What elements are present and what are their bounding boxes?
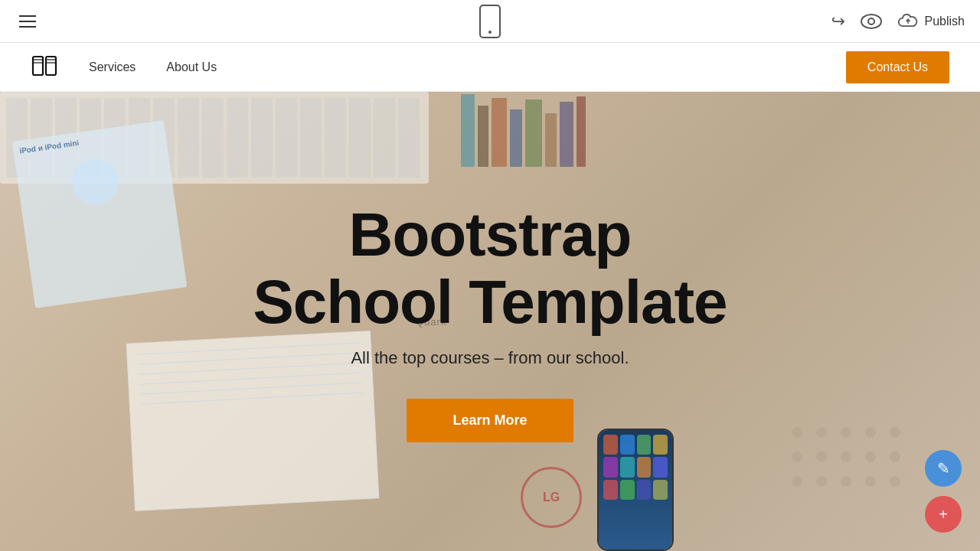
hero-section: iPod и iPod mini Quark (0, 92, 980, 551)
toolbar-left (15, 11, 40, 31)
dot (816, 476, 827, 487)
phone-mockup (597, 429, 674, 551)
contact-button[interactable]: Contact Us (846, 51, 949, 83)
logo-icon (31, 52, 58, 80)
navbar: Services About Us Contact Us (0, 43, 980, 92)
hero-title-line2: School Template (253, 268, 727, 336)
book-1 (461, 94, 475, 167)
site-logo[interactable] (31, 52, 58, 83)
dot (890, 476, 900, 487)
add-icon: + (939, 506, 948, 523)
publish-label: Publish (925, 15, 965, 28)
book-7 (560, 102, 573, 167)
preview-icon[interactable] (861, 11, 882, 32)
book-2 (478, 106, 488, 167)
fab-container: ✎ + (925, 450, 962, 533)
learn-more-button[interactable]: Learn More (407, 399, 573, 442)
app-icon (620, 457, 635, 477)
hero-content: Bootstrap School Template All the top co… (253, 201, 727, 442)
svg-point-0 (861, 15, 881, 28)
hero-title: Bootstrap School Template (253, 201, 727, 336)
menu-icon[interactable] (15, 11, 40, 31)
dot (816, 452, 827, 462)
app-icon (653, 480, 668, 500)
app-icon (637, 480, 652, 500)
nav-services[interactable]: Services (89, 60, 136, 74)
nav-links: Services About Us (89, 60, 217, 74)
book-8 (577, 96, 586, 167)
book-6 (545, 113, 557, 167)
mobile-preview-icon[interactable] (479, 5, 501, 38)
undo-icon[interactable]: ↩ (831, 11, 845, 31)
phone-screen (599, 430, 672, 549)
dot (865, 476, 876, 487)
dot (841, 476, 851, 487)
toolbar: ↩ Publish (0, 0, 980, 43)
book-5 (525, 99, 542, 167)
app-icon (620, 480, 635, 500)
dot (865, 427, 876, 438)
cloud-upload-icon (897, 14, 919, 29)
svg-point-1 (868, 18, 874, 24)
dot (792, 427, 802, 438)
ipod-booklet: iPod и iPod mini (12, 120, 188, 308)
dot (890, 427, 900, 438)
mobile-icon-dot (488, 31, 492, 34)
edit-fab-button[interactable]: ✎ (925, 450, 962, 487)
ipod-circle (69, 156, 121, 208)
app-icon (653, 457, 668, 477)
hero-subtitle: All the top courses – from our school. (253, 348, 727, 368)
lg-logo: LG (521, 467, 582, 528)
app-icon (603, 457, 618, 477)
edit-icon: ✎ (937, 459, 950, 478)
app-icon (637, 457, 652, 477)
app-icon (603, 480, 618, 500)
dot (890, 452, 900, 462)
dot (865, 452, 876, 462)
toolbar-center (479, 5, 501, 38)
book-4 (510, 109, 522, 167)
dot (841, 427, 851, 438)
dot-grid-decoration (792, 427, 903, 490)
books-decoration (459, 92, 980, 168)
dot (792, 452, 802, 462)
add-fab-button[interactable]: + (925, 496, 962, 533)
book-3 (492, 98, 507, 167)
dot (816, 427, 827, 438)
dot (792, 476, 802, 487)
toolbar-right: ↩ Publish (831, 11, 965, 32)
hero-title-line1: Bootstrap (349, 201, 632, 269)
publish-button[interactable]: Publish (897, 14, 965, 29)
nav-about[interactable]: About Us (166, 60, 217, 74)
dot (841, 452, 851, 462)
